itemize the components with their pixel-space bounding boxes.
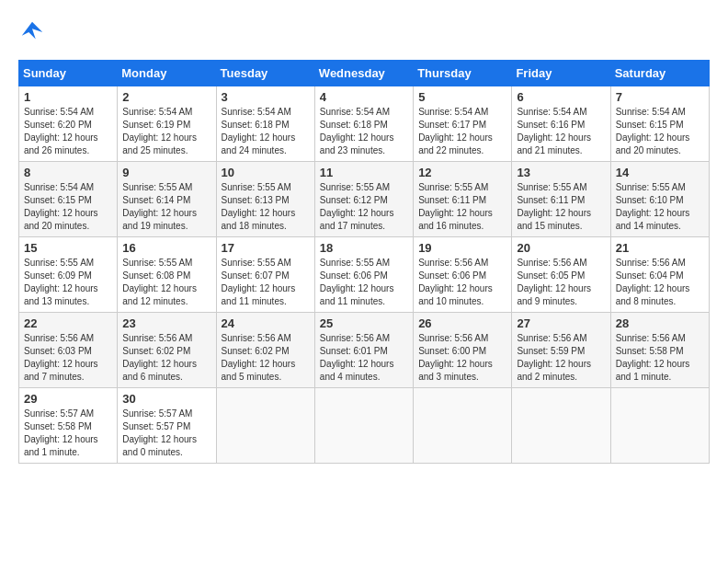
day-number: 8 xyxy=(24,166,112,179)
day-info: Sunrise: 5:56 AMSunset: 6:02 PMDaylight:… xyxy=(122,332,210,384)
calendar-week-row: 1Sunrise: 5:54 AMSunset: 6:20 PMDaylight… xyxy=(19,86,710,162)
day-info: Sunrise: 5:56 AMSunset: 6:03 PMDaylight:… xyxy=(24,332,112,384)
day-number: 12 xyxy=(418,166,506,179)
day-info: Sunrise: 5:56 AMSunset: 5:58 PMDaylight:… xyxy=(616,332,704,384)
calendar-cell xyxy=(216,388,314,464)
day-number: 5 xyxy=(418,90,506,104)
logo-icon xyxy=(18,18,46,46)
day-number: 25 xyxy=(320,316,408,330)
day-number: 24 xyxy=(222,316,310,330)
day-info: Sunrise: 5:56 AMSunset: 6:01 PMDaylight:… xyxy=(320,332,408,384)
calendar-week-row: 15Sunrise: 5:55 AMSunset: 6:09 PMDayligh… xyxy=(19,237,710,313)
day-info: Sunrise: 5:57 AMSunset: 5:58 PMDaylight:… xyxy=(24,408,112,459)
day-info: Sunrise: 5:54 AMSunset: 6:17 PMDaylight:… xyxy=(418,106,506,157)
calendar-week-row: 29Sunrise: 5:57 AMSunset: 5:58 PMDayligh… xyxy=(19,388,710,464)
day-number: 1 xyxy=(24,90,112,104)
day-number: 21 xyxy=(616,241,704,255)
calendar-cell: 5Sunrise: 5:54 AMSunset: 6:17 PMDaylight… xyxy=(414,86,512,162)
calendar-cell: 10Sunrise: 5:55 AMSunset: 6:13 PMDayligh… xyxy=(216,162,314,237)
day-info: Sunrise: 5:56 AMSunset: 6:00 PMDaylight:… xyxy=(418,332,506,384)
calendar-cell: 26Sunrise: 5:56 AMSunset: 6:00 PMDayligh… xyxy=(414,313,512,388)
calendar-cell: 20Sunrise: 5:56 AMSunset: 6:05 PMDayligh… xyxy=(512,237,610,313)
calendar-cell: 29Sunrise: 5:57 AMSunset: 5:58 PMDayligh… xyxy=(19,388,118,464)
calendar-cell: 3Sunrise: 5:54 AMSunset: 6:18 PMDaylight… xyxy=(216,86,314,162)
day-of-week-header: Saturday xyxy=(610,61,709,86)
day-of-week-header: Friday xyxy=(512,61,610,86)
day-info: Sunrise: 5:54 AMSunset: 6:19 PMDaylight:… xyxy=(122,106,210,157)
calendar-cell: 4Sunrise: 5:54 AMSunset: 6:18 PMDaylight… xyxy=(314,86,413,162)
calendar-cell xyxy=(610,388,709,464)
day-number: 14 xyxy=(616,166,704,179)
day-info: Sunrise: 5:54 AMSunset: 6:18 PMDaylight:… xyxy=(222,106,310,157)
day-info: Sunrise: 5:55 AMSunset: 6:13 PMDaylight:… xyxy=(222,181,310,233)
calendar-cell: 2Sunrise: 5:54 AMSunset: 6:19 PMDaylight… xyxy=(118,86,216,162)
calendar-cell xyxy=(512,388,610,464)
day-info: Sunrise: 5:56 AMSunset: 6:05 PMDaylight:… xyxy=(517,257,605,308)
day-number: 18 xyxy=(320,241,408,255)
calendar-cell: 14Sunrise: 5:55 AMSunset: 6:10 PMDayligh… xyxy=(610,162,709,237)
day-number: 2 xyxy=(122,90,210,104)
day-info: Sunrise: 5:56 AMSunset: 6:02 PMDaylight:… xyxy=(222,332,310,384)
day-info: Sunrise: 5:55 AMSunset: 6:06 PMDaylight:… xyxy=(320,257,408,308)
day-number: 16 xyxy=(122,241,210,255)
day-number: 22 xyxy=(24,316,112,330)
day-info: Sunrise: 5:55 AMSunset: 6:11 PMDaylight:… xyxy=(418,181,506,233)
day-number: 29 xyxy=(24,392,112,406)
day-number: 3 xyxy=(222,90,310,104)
day-number: 11 xyxy=(320,166,408,179)
calendar-cell: 18Sunrise: 5:55 AMSunset: 6:06 PMDayligh… xyxy=(314,237,413,313)
day-info: Sunrise: 5:55 AMSunset: 6:09 PMDaylight:… xyxy=(24,257,112,308)
calendar-cell: 7Sunrise: 5:54 AMSunset: 6:15 PMDaylight… xyxy=(610,86,709,162)
day-number: 28 xyxy=(616,316,704,330)
day-number: 10 xyxy=(222,166,310,179)
day-info: Sunrise: 5:55 AMSunset: 6:14 PMDaylight:… xyxy=(122,181,210,233)
day-of-week-header: Monday xyxy=(118,61,216,86)
day-info: Sunrise: 5:55 AMSunset: 6:10 PMDaylight:… xyxy=(616,181,704,233)
day-info: Sunrise: 5:55 AMSunset: 6:12 PMDaylight:… xyxy=(320,181,408,233)
day-info: Sunrise: 5:55 AMSunset: 6:11 PMDaylight:… xyxy=(517,181,605,233)
day-number: 30 xyxy=(122,392,210,406)
day-info: Sunrise: 5:54 AMSunset: 6:15 PMDaylight:… xyxy=(616,106,704,157)
svg-marker-0 xyxy=(22,22,43,40)
calendar-cell: 22Sunrise: 5:56 AMSunset: 6:03 PMDayligh… xyxy=(19,313,118,388)
calendar-cell: 30Sunrise: 5:57 AMSunset: 5:57 PMDayligh… xyxy=(118,388,216,464)
calendar-cell: 15Sunrise: 5:55 AMSunset: 6:09 PMDayligh… xyxy=(19,237,118,313)
logo xyxy=(18,18,50,46)
calendar-cell: 8Sunrise: 5:54 AMSunset: 6:15 PMDaylight… xyxy=(19,162,118,237)
day-info: Sunrise: 5:56 AMSunset: 5:59 PMDaylight:… xyxy=(517,332,605,384)
calendar-cell: 27Sunrise: 5:56 AMSunset: 5:59 PMDayligh… xyxy=(512,313,610,388)
calendar-table: SundayMondayTuesdayWednesdayThursdayFrid… xyxy=(18,60,710,464)
calendar-cell: 1Sunrise: 5:54 AMSunset: 6:20 PMDaylight… xyxy=(19,86,118,162)
day-of-week-header: Wednesday xyxy=(314,61,413,86)
calendar-cell: 24Sunrise: 5:56 AMSunset: 6:02 PMDayligh… xyxy=(216,313,314,388)
day-info: Sunrise: 5:56 AMSunset: 6:06 PMDaylight:… xyxy=(418,257,506,308)
calendar-cell: 11Sunrise: 5:55 AMSunset: 6:12 PMDayligh… xyxy=(314,162,413,237)
day-of-week-header: Sunday xyxy=(19,61,118,86)
calendar-week-row: 22Sunrise: 5:56 AMSunset: 6:03 PMDayligh… xyxy=(19,313,710,388)
day-number: 15 xyxy=(24,241,112,255)
day-number: 4 xyxy=(320,90,408,104)
day-number: 17 xyxy=(222,241,310,255)
calendar-cell: 6Sunrise: 5:54 AMSunset: 6:16 PMDaylight… xyxy=(512,86,610,162)
day-number: 6 xyxy=(517,90,605,104)
day-of-week-header: Tuesday xyxy=(216,61,314,86)
day-info: Sunrise: 5:55 AMSunset: 6:08 PMDaylight:… xyxy=(122,257,210,308)
calendar-cell: 19Sunrise: 5:56 AMSunset: 6:06 PMDayligh… xyxy=(414,237,512,313)
calendar-header-row: SundayMondayTuesdayWednesdayThursdayFrid… xyxy=(19,61,710,86)
calendar-cell: 25Sunrise: 5:56 AMSunset: 6:01 PMDayligh… xyxy=(314,313,413,388)
calendar-cell: 9Sunrise: 5:55 AMSunset: 6:14 PMDaylight… xyxy=(118,162,216,237)
calendar-cell: 28Sunrise: 5:56 AMSunset: 5:58 PMDayligh… xyxy=(610,313,709,388)
day-number: 20 xyxy=(517,241,605,255)
calendar-cell: 23Sunrise: 5:56 AMSunset: 6:02 PMDayligh… xyxy=(118,313,216,388)
day-info: Sunrise: 5:54 AMSunset: 6:16 PMDaylight:… xyxy=(517,106,605,157)
day-info: Sunrise: 5:54 AMSunset: 6:20 PMDaylight:… xyxy=(24,106,112,157)
page-header xyxy=(18,18,710,46)
day-number: 13 xyxy=(517,166,605,179)
calendar-cell: 16Sunrise: 5:55 AMSunset: 6:08 PMDayligh… xyxy=(118,237,216,313)
day-info: Sunrise: 5:55 AMSunset: 6:07 PMDaylight:… xyxy=(222,257,310,308)
day-number: 23 xyxy=(122,316,210,330)
day-info: Sunrise: 5:54 AMSunset: 6:15 PMDaylight:… xyxy=(24,181,112,233)
calendar-cell: 21Sunrise: 5:56 AMSunset: 6:04 PMDayligh… xyxy=(610,237,709,313)
day-of-week-header: Thursday xyxy=(414,61,512,86)
calendar-cell: 13Sunrise: 5:55 AMSunset: 6:11 PMDayligh… xyxy=(512,162,610,237)
